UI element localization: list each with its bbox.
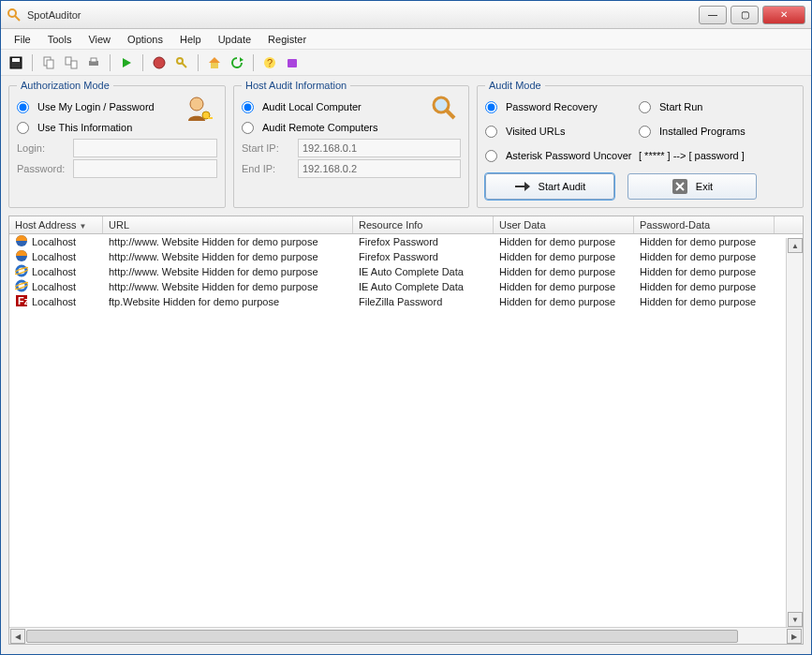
login-input[interactable] — [73, 139, 217, 157]
svg-rect-15 — [211, 63, 218, 68]
label-visited-urls: Visited URLs — [506, 126, 565, 137]
col-password-data[interactable]: Password-Data — [634, 216, 775, 233]
help-icon[interactable]: ? — [260, 53, 279, 72]
cell-password: Hidden for demo purpose — [634, 296, 775, 307]
table-row[interactable]: Localhosthttp://www. Website Hidden for … — [9, 234, 786, 249]
app-window: SpotAuditor — ▢ ✕ File Tools View Option… — [0, 0, 812, 655]
col-url[interactable]: URL — [103, 216, 353, 233]
table-row[interactable]: Localhosthttp://www. Website Hidden for … — [9, 264, 786, 279]
cell-resource: Firefox Password — [353, 251, 494, 262]
vertical-scrollbar[interactable]: ▲ ▼ — [786, 238, 803, 627]
password-input[interactable] — [73, 159, 217, 178]
results-list: Host Address ▼ URL Resource Info User Da… — [8, 216, 804, 645]
col-user-data[interactable]: User Data — [494, 216, 634, 233]
titlebar: SpotAuditor — ▢ ✕ — [1, 1, 811, 29]
svg-point-23 — [434, 97, 449, 112]
copy-icon[interactable] — [39, 53, 58, 72]
filezilla-icon: Fz — [15, 294, 28, 309]
menu-tools[interactable]: Tools — [40, 31, 80, 48]
start-ip-label: Start IP: — [242, 142, 292, 154]
cell-host: Localhost — [32, 266, 76, 277]
radio-visited-urls[interactable] — [485, 126, 497, 138]
scroll-right-icon[interactable]: ▶ — [787, 629, 802, 644]
authorization-group: Authorization Mode Use My Login / Passwo… — [8, 80, 226, 208]
cell-url: ftp.Website Hidden for demo purpose — [103, 296, 353, 307]
copy2-icon[interactable] — [62, 53, 81, 72]
book-icon[interactable] — [283, 53, 302, 72]
radio-start-run[interactable] — [639, 101, 651, 113]
scroll-thumb[interactable] — [26, 630, 738, 643]
menu-options[interactable]: Options — [120, 31, 170, 48]
key-icon[interactable] — [172, 53, 191, 72]
menu-file[interactable]: File — [7, 31, 38, 48]
radio-audit-remote[interactable] — [242, 122, 254, 134]
label-asterisk-uncover: Asterisk Password Uncover — [506, 150, 632, 161]
cell-password: Hidden for demo purpose — [634, 236, 775, 247]
table-row[interactable]: Localhosthttp://www. Website Hidden for … — [9, 279, 786, 294]
cell-url: http://www. Website Hidden for demo purp… — [103, 236, 353, 247]
label-password-recovery: Password Recovery — [506, 101, 598, 112]
radio-audit-local[interactable] — [242, 101, 254, 113]
radio-use-this-info[interactable] — [17, 122, 29, 134]
horizontal-scrollbar[interactable]: ◀ ▶ — [9, 627, 803, 644]
menu-update[interactable]: Update — [211, 31, 258, 48]
end-ip-label: End IP: — [242, 163, 292, 174]
cell-resource: IE Auto Complete Data — [353, 266, 494, 277]
arrow-right-icon — [514, 180, 531, 193]
menubar: File Tools View Options Help Update Regi… — [1, 29, 811, 50]
radio-password-recovery[interactable] — [485, 101, 497, 113]
end-ip-input[interactable] — [298, 159, 461, 178]
save-icon[interactable] — [7, 53, 25, 72]
maximize-button[interactable]: ▢ — [731, 6, 759, 24]
table-row[interactable]: Localhosthttp://www. Website Hidden for … — [9, 249, 786, 264]
start-ip-input[interactable] — [298, 139, 461, 157]
svg-marker-16 — [240, 57, 244, 62]
cell-url: http://www. Website Hidden for demo purp… — [103, 266, 353, 277]
menu-view[interactable]: View — [81, 31, 118, 48]
menu-register[interactable]: Register — [260, 31, 314, 48]
play-icon[interactable] — [117, 53, 136, 72]
globe-icon[interactable] — [150, 53, 169, 72]
cell-resource: Firefox Password — [353, 236, 494, 247]
svg-marker-26 — [524, 182, 530, 191]
results-body[interactable]: Localhosthttp://www. Website Hidden for … — [9, 234, 786, 627]
table-row[interactable]: FzLocalhostftp.Website Hidden for demo p… — [9, 294, 786, 309]
scroll-up-icon[interactable]: ▲ — [788, 238, 803, 253]
cell-host: Localhost — [32, 236, 76, 247]
cell-resource: FileZilla Password — [353, 296, 494, 307]
cell-host: Localhost — [32, 281, 76, 292]
svg-rect-19 — [288, 59, 297, 67]
svg-point-20 — [190, 97, 203, 111]
refresh-icon[interactable] — [228, 53, 246, 72]
host-audit-legend: Host Audit Information — [242, 80, 350, 91]
home-icon[interactable] — [205, 53, 224, 72]
col-resource-info[interactable]: Resource Info — [353, 216, 494, 233]
scroll-down-icon[interactable]: ▼ — [788, 612, 803, 627]
asterisk-description: [ ***** ] --> [ password ] — [639, 150, 745, 161]
toolbar: ? — [1, 50, 811, 76]
cell-password: Hidden for demo purpose — [634, 251, 775, 262]
svg-rect-3 — [12, 58, 20, 62]
start-audit-button[interactable]: Start Audit — [485, 173, 614, 200]
magnifier-icon — [431, 95, 457, 121]
radio-use-my-login[interactable] — [17, 101, 29, 113]
radio-asterisk-uncover[interactable] — [485, 150, 497, 162]
label-audit-local: Audit Local Computer — [262, 101, 362, 112]
exit-button[interactable]: Exit — [627, 173, 757, 200]
scroll-left-icon[interactable]: ◀ — [10, 629, 25, 644]
close-button[interactable]: ✕ — [762, 6, 805, 24]
menu-help[interactable]: Help — [172, 31, 209, 48]
col-host-address[interactable]: Host Address ▼ — [9, 216, 103, 233]
svg-line-24 — [447, 111, 454, 118]
cell-userdata: Hidden for demo purpose — [494, 251, 634, 262]
svg-rect-9 — [91, 58, 96, 62]
password-label: Password: — [17, 163, 67, 174]
label-start-run: Start Run — [659, 101, 702, 112]
exit-label: Exit — [696, 181, 713, 192]
minimize-button[interactable]: — — [699, 6, 727, 24]
label-audit-remote: Audit Remote Computers — [262, 122, 378, 133]
audit-mode-legend: Audit Mode — [485, 80, 545, 91]
cell-password: Hidden for demo purpose — [634, 266, 775, 277]
radio-installed-programs[interactable] — [639, 126, 651, 138]
print-icon[interactable] — [84, 53, 103, 72]
